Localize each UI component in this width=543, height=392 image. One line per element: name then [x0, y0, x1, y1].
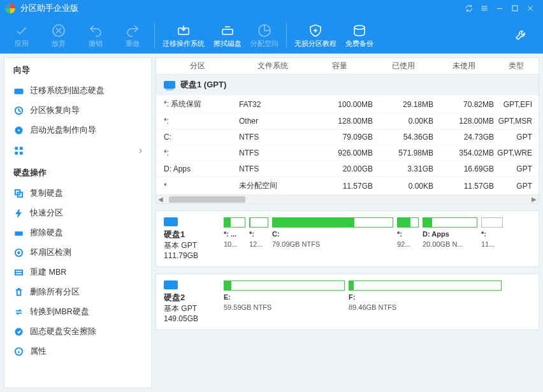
partition-table: 分区 文件系统 容量 已使用 未使用 类型 硬盘1 (GPT) *: 系统保留F…: [156, 57, 539, 204]
undo-button[interactable]: 撤销: [78, 21, 113, 50]
alloc-space-button[interactable]: 分配空间: [247, 21, 282, 50]
hdd-arrow-icon: [176, 23, 191, 38]
ssd-icon: [13, 86, 24, 96]
sidebar-item-delete-all[interactable]: 删除所有分区: [4, 282, 151, 302]
wizard-header: 向导: [4, 58, 151, 81]
svg-rect-6: [14, 89, 22, 94]
partition-label: *: ...: [224, 230, 245, 238]
disk-group-header[interactable]: 硬盘1 (GPT): [156, 75, 539, 95]
redo-button[interactable]: 重做: [115, 21, 150, 50]
grid-icon: [13, 145, 24, 156]
table-row[interactable]: C:NTFS79.09GB54.36GB24.73GBGPT: [156, 129, 539, 145]
sidebar-item-properties[interactable]: 属性: [4, 342, 151, 361]
maximize-button[interactable]: [507, 1, 523, 16]
partition-bar[interactable]: *: ...10...: [224, 217, 245, 260]
refresh-button[interactable]: [461, 1, 477, 16]
close-button[interactable]: [523, 1, 538, 16]
toolbar: 应用 放弃 撤销 重做 迁移操作系统 擦拭磁盘 分配空间 无损分区教程 免费备份: [0, 17, 543, 54]
disk-card: 硬盘1基本 GPT111.79GB*: ...10...*:12...C:79.…: [156, 210, 539, 267]
separator: [154, 22, 155, 48]
partition-bar[interactable]: *:11...: [481, 217, 503, 260]
scroll-left-icon[interactable]: ◀: [156, 196, 165, 203]
col-used[interactable]: 已使用: [373, 61, 433, 71]
cell-filesystem: NTFS: [239, 133, 306, 142]
wipe-disk-label: 擦拭磁盘: [214, 39, 242, 48]
table-row[interactable]: *:NTFS926.00MB571.98MB354.02MBGPT,WRE: [156, 145, 539, 161]
cell-used: 571.98MB: [373, 149, 433, 157]
sidebar-item-badsector[interactable]: 坏扇区检测: [4, 243, 151, 263]
table-row[interactable]: *未分配空间11.57GB0.00KB11.57GBGPT: [156, 177, 539, 194]
info-icon: [13, 347, 24, 357]
col-free[interactable]: 未使用: [433, 61, 494, 71]
sidebar-item-quick-part[interactable]: 快速分区: [4, 203, 151, 223]
disk-icon: [164, 217, 178, 226]
bolt-icon: [13, 208, 24, 219]
scroll-right-icon[interactable]: ▶: [530, 196, 539, 203]
table-row[interactable]: *:Other128.00MB0.00KB128.00MBGPT,MSR: [156, 113, 539, 129]
usage-bar: [423, 217, 477, 228]
sidebar-item-convert-mbr[interactable]: 转换到MBR硬盘: [4, 302, 151, 322]
cell-free: 11.57GB: [433, 182, 494, 191]
shield-icon: [308, 23, 323, 38]
usage-bar: [224, 280, 345, 291]
usage-bar: [481, 217, 503, 228]
partition-bar[interactable]: *:12...: [249, 217, 268, 260]
sidebar-item-recover[interactable]: 分区恢复向导: [4, 101, 151, 120]
disk-info[interactable]: 硬盘2基本 GPT149.05GB: [164, 280, 217, 323]
disk-info[interactable]: 硬盘1基本 GPT111.79GB: [164, 217, 217, 260]
cell-free: 70.82MB: [433, 100, 494, 109]
svg-rect-10: [15, 147, 17, 149]
apply-button[interactable]: 应用: [4, 21, 40, 50]
sidebar-item-bootdisc[interactable]: 启动光盘制作向导: [4, 120, 151, 140]
sidebar-item-label: 启动光盘制作向导: [30, 125, 96, 136]
sidebar-item-more[interactable]: [4, 140, 151, 161]
settings-button[interactable]: [503, 25, 539, 45]
table-row[interactable]: D: AppsNTFS20.00GB3.31GB16.69GBGPT: [156, 161, 539, 177]
menu-icon: [480, 4, 489, 13]
backup-button[interactable]: 免费备份: [342, 21, 377, 50]
partition-bar[interactable]: D: Apps20.00GB N...: [423, 217, 477, 260]
partition-bars: *: ...10...*:12...C:79.09GB NTFS*:92...D…: [224, 217, 531, 260]
menu-button[interactable]: [477, 1, 492, 16]
trash-icon: [13, 287, 24, 298]
usage-bar: [272, 217, 393, 228]
disk-size: 111.79GB: [164, 251, 217, 260]
disk-size: 149.05GB: [164, 314, 217, 323]
minimize-button[interactable]: [492, 1, 507, 16]
disk-name: 硬盘1: [164, 229, 217, 240]
sidebar-item-wipe[interactable]: 擦除硬盘: [4, 223, 151, 243]
horizontal-scrollbar[interactable]: ◀ ▶: [156, 194, 539, 203]
col-partition[interactable]: 分区: [156, 61, 239, 71]
cell-used: 0.00KB: [373, 117, 433, 126]
sidebar-item-migrate-ssd[interactable]: 迁移系统到固态硬盘: [4, 81, 151, 101]
partition-bar[interactable]: E:59.59GB NTFS: [224, 280, 345, 323]
partition-desc: 11...: [481, 240, 503, 248]
cell-free: 128.00MB: [433, 117, 494, 126]
wipe-disk-button[interactable]: 擦拭磁盘: [210, 21, 245, 50]
col-filesystem[interactable]: 文件系统: [239, 61, 306, 71]
lossless-button[interactable]: 无损分区教程: [291, 21, 340, 50]
svg-point-18: [17, 252, 20, 254]
col-capacity[interactable]: 容量: [306, 61, 373, 71]
maximize-icon: [510, 4, 519, 13]
window-title: 分区助手企业版: [20, 3, 461, 14]
sidebar-item-rebuild-mbr[interactable]: 重建 MBR: [4, 263, 151, 282]
cell-partition: *: 系统保留: [156, 99, 239, 110]
sidebar-item-ssd-erase[interactable]: 固态硬盘安全擦除: [4, 322, 151, 342]
discard-button[interactable]: 放弃: [41, 21, 76, 50]
sidebar-item-label: 分区恢复向导: [30, 105, 80, 116]
partition-bar[interactable]: *:92...: [397, 217, 419, 260]
redo-label: 重做: [126, 39, 140, 48]
partition-bars: E:59.59GB NTFSF:89.46GB NTFS: [224, 280, 531, 323]
partition-bar[interactable]: F:89.46GB NTFS: [349, 280, 502, 323]
svg-rect-0: [512, 6, 518, 11]
partition-desc: 79.09GB NTFS: [272, 240, 393, 248]
partition-bar[interactable]: C:79.09GB NTFS: [272, 217, 393, 260]
scrollbar-thumb[interactable]: [169, 196, 245, 203]
col-type[interactable]: 类型: [494, 61, 539, 71]
table-row[interactable]: *: 系统保留FAT32100.00MB29.18MB70.82MBGPT,EF…: [156, 95, 539, 113]
sidebar-item-copy-disk[interactable]: 复制硬盘: [4, 184, 151, 203]
app-logo-icon: [5, 3, 15, 13]
migrate-os-button[interactable]: 迁移操作系统: [159, 21, 208, 50]
title-bar: 分区助手企业版: [0, 0, 543, 17]
